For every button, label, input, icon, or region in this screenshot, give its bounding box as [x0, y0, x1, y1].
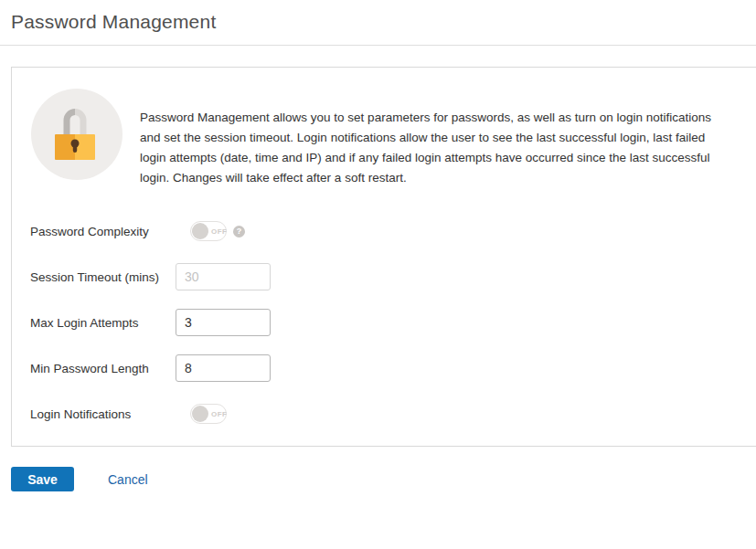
max-login-attempts-input[interactable] [176, 309, 271, 336]
password-complexity-row: Password Complexity OFF ? [30, 217, 739, 245]
password-complexity-label: Password Complexity [30, 225, 176, 238]
page-header: Password Management [0, 0, 756, 46]
cancel-link[interactable]: Cancel [108, 472, 148, 487]
login-notifications-row: Login Notifications OFF [30, 400, 739, 428]
login-notifications-label: Login Notifications [30, 407, 176, 421]
save-button[interactable]: Save [11, 467, 74, 491]
panel-description: Password Management allows you to set pa… [140, 108, 721, 188]
toggle-state-label: OFF [211, 405, 228, 423]
toggle-state-label: OFF [211, 222, 228, 240]
page-title: Password Management [11, 11, 216, 33]
toggle-knob-icon [192, 223, 208, 239]
session-timeout-label: Session Timeout (mins) [30, 270, 176, 284]
min-password-length-label: Min Password Length [30, 362, 176, 375]
password-complexity-toggle[interactable]: OFF [190, 221, 227, 241]
action-footer: Save Cancel [11, 467, 148, 491]
min-password-length-input[interactable] [176, 354, 271, 382]
settings-panel: Password Management allows you to set pa… [11, 67, 756, 447]
toggle-knob-icon [192, 406, 208, 422]
help-icon[interactable]: ? [233, 226, 245, 238]
session-timeout-row: Session Timeout (mins) [30, 263, 739, 290]
min-password-length-row: Min Password Length [30, 354, 739, 382]
max-login-attempts-label: Max Login Attempts [30, 316, 176, 330]
max-login-attempts-row: Max Login Attempts [30, 309, 739, 336]
login-notifications-toggle[interactable]: OFF [190, 404, 227, 424]
session-timeout-input[interactable] [176, 263, 271, 290]
lock-icon [31, 89, 122, 180]
